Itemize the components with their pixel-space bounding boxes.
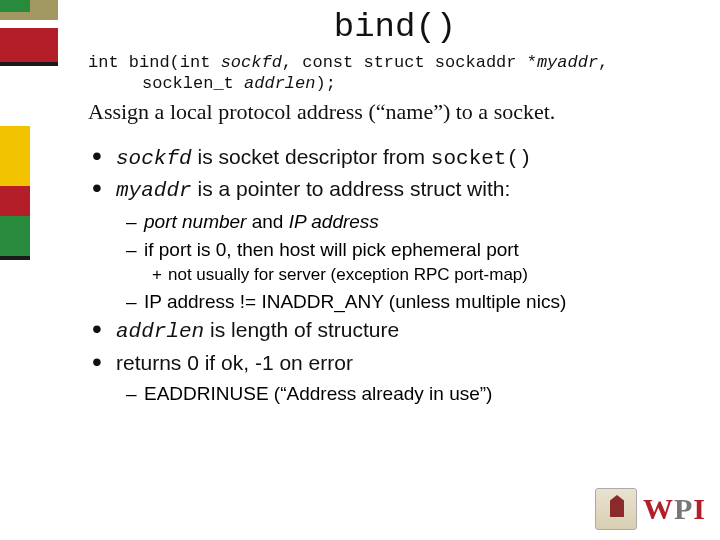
- bullet-list-1: sockfd is socket descriptor from socket(…: [88, 143, 702, 206]
- sidebar-stripe: [0, 62, 58, 66]
- list-item: returns 0 if ok, -1 on error: [88, 349, 702, 377]
- sub-bullet-list: EADDRINUSE (“Address already in use”): [88, 381, 702, 407]
- arg-name: addrlen: [116, 320, 204, 343]
- wpi-seal-icon: [595, 488, 637, 530]
- sig-text: );: [315, 74, 335, 93]
- sidebar-stripe: [0, 216, 30, 256]
- sig-text: , const struct sockaddr *: [282, 53, 537, 72]
- list-item: myaddr is a pointer to address struct wi…: [88, 175, 702, 205]
- em-text: IP address: [289, 211, 379, 232]
- arg-name: sockfd: [116, 147, 192, 170]
- list-item: if port is 0, then host will pick epheme…: [126, 237, 702, 263]
- sidebar-stripe: [0, 28, 58, 62]
- logo-letter: W: [643, 492, 674, 525]
- sub-bullet-list: IP address != INADDR_ANY (unless multipl…: [88, 289, 702, 315]
- list-item: not usually for server (exception RPC po…: [152, 264, 702, 286]
- list-item: EADDRINUSE (“Address already in use”): [126, 381, 702, 407]
- text: is length of structure: [204, 318, 399, 341]
- sidebar-stripe: [0, 0, 30, 12]
- function-signature: int bind(int sockfd, const struct sockad…: [88, 52, 702, 95]
- sig-arg: sockfd: [221, 53, 282, 72]
- text: is socket descriptor from: [192, 145, 431, 168]
- sub-sub-bullet-list: not usually for server (exception RPC po…: [88, 264, 702, 286]
- list-item: IP address != INADDR_ANY (unless multipl…: [126, 289, 702, 315]
- sub-bullet-list: port number and IP address if port is 0,…: [88, 209, 702, 262]
- description-text: Assign a local protocol address (“name”)…: [88, 99, 702, 125]
- sidebar-stripe: [0, 186, 30, 216]
- text: is a pointer to address struct with:: [192, 177, 511, 200]
- sig-arg: myaddr: [537, 53, 598, 72]
- sidebar-stripe: [0, 256, 30, 260]
- logo-letter: P: [674, 492, 693, 525]
- em-text: port number: [144, 211, 246, 232]
- arg-name: myaddr: [116, 179, 192, 202]
- sig-text: socklen_t: [142, 74, 244, 93]
- list-item: addrlen is length of structure: [88, 316, 702, 346]
- sig-text: ,: [598, 53, 608, 72]
- sig-arg: addrlen: [244, 74, 315, 93]
- logo-letter: I: [693, 492, 706, 525]
- list-item: sockfd is socket descriptor from socket(…: [88, 143, 702, 173]
- slide-title: bind(): [88, 8, 702, 46]
- sig-text: int bind(int: [88, 53, 221, 72]
- slide-content: bind() int bind(int sockfd, const struct…: [68, 0, 712, 540]
- sidebar-stripe: [0, 126, 30, 186]
- code-text: socket(): [431, 147, 532, 170]
- text: and: [246, 211, 288, 232]
- decorative-sidebar: [0, 0, 58, 540]
- wpi-logo: WPI: [595, 488, 706, 530]
- bullet-list-2: addrlen is length of structure returns 0…: [88, 316, 702, 377]
- wpi-wordmark: WPI: [643, 492, 706, 526]
- list-item: port number and IP address: [126, 209, 702, 235]
